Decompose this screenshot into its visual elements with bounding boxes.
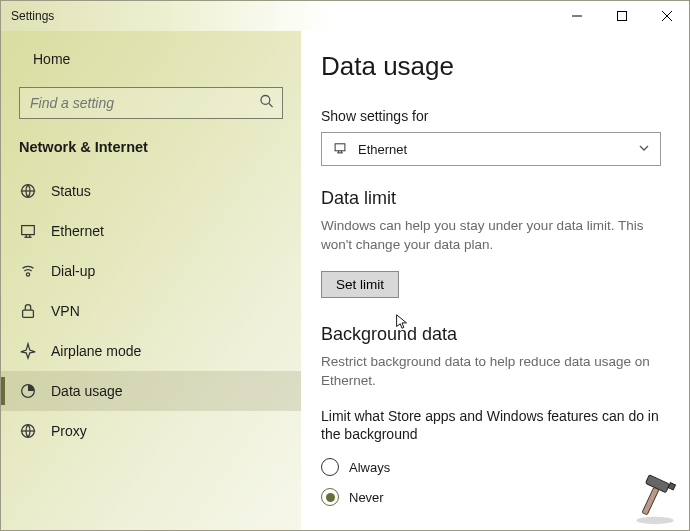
dialup-icon [19, 262, 37, 280]
home-label: Home [33, 51, 70, 67]
svg-point-12 [26, 273, 29, 276]
titlebar: Settings [1, 1, 689, 31]
status-icon [19, 182, 37, 200]
set-limit-button[interactable]: Set limit [321, 271, 399, 298]
show-settings-label: Show settings for [321, 108, 665, 124]
search-icon [259, 94, 275, 113]
svg-line-5 [269, 104, 273, 108]
data-usage-icon [19, 382, 37, 400]
section-header: Network & Internet [1, 131, 301, 171]
radio-icon [321, 488, 339, 506]
radio-icon [321, 458, 339, 476]
settings-window: Settings Home [0, 0, 690, 531]
svg-rect-1 [617, 12, 626, 21]
sidebar-item-label: Dial-up [51, 263, 95, 279]
data-limit-desc: Windows can help you stay under your dat… [321, 217, 661, 255]
airplane-icon [19, 342, 37, 360]
background-desc: Restrict background data to help reduce … [321, 353, 661, 391]
show-settings-dropdown[interactable]: Ethernet [321, 132, 661, 166]
search-input[interactable] [19, 87, 283, 119]
svg-rect-8 [22, 226, 35, 235]
vpn-icon [19, 302, 37, 320]
minimize-button[interactable] [554, 1, 599, 31]
set-limit-label: Set limit [336, 277, 384, 292]
sidebar-item-proxy[interactable]: Proxy [1, 411, 301, 451]
home-button[interactable]: Home [1, 39, 301, 79]
sidebar-item-label: Status [51, 183, 91, 199]
radio-never[interactable]: Never [321, 482, 665, 512]
window-controls [554, 1, 689, 31]
close-button[interactable] [644, 1, 689, 31]
sidebar-item-ethernet[interactable]: Ethernet [1, 211, 301, 251]
sidebar-item-label: Airplane mode [51, 343, 141, 359]
window-title: Settings [11, 9, 54, 23]
sidebar-item-label: Ethernet [51, 223, 104, 239]
sidebar-item-label: Proxy [51, 423, 87, 439]
sidebar-item-data-usage[interactable]: Data usage [1, 371, 301, 411]
content-area: Data usage Show settings for Ethernet Da… [301, 31, 689, 530]
proxy-icon [19, 422, 37, 440]
svg-rect-13 [23, 310, 34, 317]
background-heading: Background data [321, 324, 665, 345]
sidebar-item-label: Data usage [51, 383, 123, 399]
svg-point-4 [261, 96, 270, 105]
sidebar-item-dialup[interactable]: Dial-up [1, 251, 301, 291]
page-title: Data usage [321, 51, 665, 82]
data-limit-heading: Data limit [321, 188, 665, 209]
dropdown-value: Ethernet [358, 142, 407, 157]
radio-label: Always [349, 460, 390, 475]
sidebar-item-label: VPN [51, 303, 80, 319]
background-label: Limit what Store apps and Windows featur… [321, 407, 661, 445]
chevron-down-icon [638, 142, 650, 157]
sidebar-item-airplane[interactable]: Airplane mode [1, 331, 301, 371]
search-wrap [19, 87, 283, 119]
radio-label: Never [349, 490, 384, 505]
sidebar-item-status[interactable]: Status [1, 171, 301, 211]
sidebar: Home Network & Internet Status Ether [1, 31, 301, 530]
ethernet-icon [19, 222, 37, 240]
sidebar-item-vpn[interactable]: VPN [1, 291, 301, 331]
maximize-button[interactable] [599, 1, 644, 31]
svg-rect-17 [335, 143, 345, 150]
ethernet-icon [332, 141, 348, 158]
radio-always[interactable]: Always [321, 452, 665, 482]
